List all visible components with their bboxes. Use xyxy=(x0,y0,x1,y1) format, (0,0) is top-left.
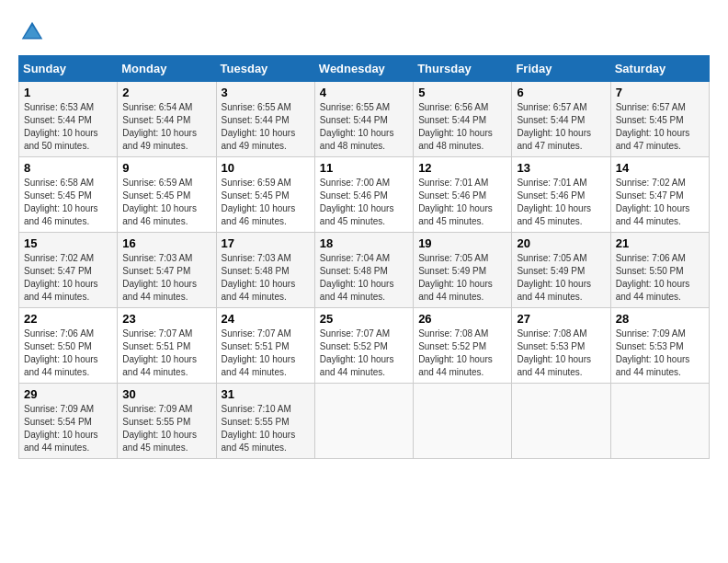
day-number: 26 xyxy=(418,312,506,326)
calendar-week-row: 22Sunrise: 7:06 AMSunset: 5:50 PMDayligh… xyxy=(19,308,710,384)
calendar-cell: 20Sunrise: 7:05 AMSunset: 5:49 PMDayligh… xyxy=(512,233,610,308)
day-info: Sunrise: 7:02 AMSunset: 5:47 PMDaylight:… xyxy=(24,253,98,302)
day-number: 25 xyxy=(320,312,408,326)
calendar-cell: 21Sunrise: 7:06 AMSunset: 5:50 PMDayligh… xyxy=(610,233,709,308)
day-info: Sunrise: 6:53 AMSunset: 5:44 PMDaylight:… xyxy=(24,102,98,151)
day-number: 3 xyxy=(222,86,310,99)
day-number: 1 xyxy=(24,86,112,99)
day-number: 12 xyxy=(418,161,506,175)
calendar-cell xyxy=(610,384,709,459)
day-number: 15 xyxy=(24,236,112,250)
day-number: 27 xyxy=(517,312,605,326)
day-number: 4 xyxy=(320,86,408,99)
calendar-cell: 17Sunrise: 7:03 AMSunset: 5:48 PMDayligh… xyxy=(216,233,314,308)
day-number: 13 xyxy=(517,161,605,175)
calendar-cell: 29Sunrise: 7:09 AMSunset: 5:54 PMDayligh… xyxy=(19,384,118,459)
day-info: Sunrise: 7:05 AMSunset: 5:49 PMDaylight:… xyxy=(418,253,493,302)
day-info: Sunrise: 7:08 AMSunset: 5:53 PMDaylight:… xyxy=(517,328,591,377)
day-info: Sunrise: 7:02 AMSunset: 5:47 PMDaylight:… xyxy=(616,178,690,226)
calendar-cell: 13Sunrise: 7:01 AMSunset: 5:46 PMDayligh… xyxy=(512,157,610,233)
calendar-cell: 14Sunrise: 7:02 AMSunset: 5:47 PMDayligh… xyxy=(610,157,709,233)
day-info: Sunrise: 6:54 AMSunset: 5:44 PMDaylight:… xyxy=(122,102,197,151)
day-info: Sunrise: 7:06 AMSunset: 5:50 PMDaylight:… xyxy=(24,328,98,377)
calendar-cell: 18Sunrise: 7:04 AMSunset: 5:48 PMDayligh… xyxy=(314,233,413,308)
day-info: Sunrise: 7:09 AMSunset: 5:55 PMDaylight:… xyxy=(122,404,197,453)
calendar-cell: 12Sunrise: 7:01 AMSunset: 5:46 PMDayligh… xyxy=(414,157,512,233)
day-number: 31 xyxy=(222,387,310,401)
day-number: 29 xyxy=(24,387,112,401)
calendar-cell xyxy=(512,384,610,459)
day-info: Sunrise: 6:58 AMSunset: 5:45 PMDaylight:… xyxy=(24,178,98,226)
day-number: 19 xyxy=(418,236,506,250)
day-number: 10 xyxy=(222,161,310,175)
day-number: 11 xyxy=(320,161,408,175)
logo xyxy=(18,18,50,46)
calendar-week-row: 29Sunrise: 7:09 AMSunset: 5:54 PMDayligh… xyxy=(19,384,710,459)
calendar-header-row: SundayMondayTuesdayWednesdayThursdayFrid… xyxy=(19,56,710,82)
calendar-cell: 28Sunrise: 7:09 AMSunset: 5:53 PMDayligh… xyxy=(610,308,709,384)
header-sunday: Sunday xyxy=(19,56,118,82)
day-number: 5 xyxy=(418,86,506,99)
day-info: Sunrise: 7:01 AMSunset: 5:46 PMDaylight:… xyxy=(418,178,493,226)
calendar-cell: 30Sunrise: 7:09 AMSunset: 5:55 PMDayligh… xyxy=(118,384,216,459)
day-info: Sunrise: 6:59 AMSunset: 5:45 PMDaylight:… xyxy=(122,178,197,226)
calendar-week-row: 8Sunrise: 6:58 AMSunset: 5:45 PMDaylight… xyxy=(19,157,710,233)
day-info: Sunrise: 6:57 AMSunset: 5:45 PMDaylight:… xyxy=(616,102,690,151)
logo-icon xyxy=(18,18,46,46)
calendar-cell: 8Sunrise: 6:58 AMSunset: 5:45 PMDaylight… xyxy=(19,157,118,233)
calendar-cell: 15Sunrise: 7:02 AMSunset: 5:47 PMDayligh… xyxy=(19,233,118,308)
header-monday: Monday xyxy=(118,56,216,82)
calendar-week-row: 15Sunrise: 7:02 AMSunset: 5:47 PMDayligh… xyxy=(19,233,710,308)
header-wednesday: Wednesday xyxy=(314,56,413,82)
calendar-cell: 10Sunrise: 6:59 AMSunset: 5:45 PMDayligh… xyxy=(216,157,314,233)
calendar-cell: 3Sunrise: 6:55 AMSunset: 5:44 PMDaylight… xyxy=(216,82,314,157)
day-info: Sunrise: 6:59 AMSunset: 5:45 PMDaylight:… xyxy=(222,178,296,226)
calendar-cell: 7Sunrise: 6:57 AMSunset: 5:45 PMDaylight… xyxy=(610,82,709,157)
calendar-cell: 5Sunrise: 6:56 AMSunset: 5:44 PMDaylight… xyxy=(414,82,512,157)
calendar-cell: 23Sunrise: 7:07 AMSunset: 5:51 PMDayligh… xyxy=(118,308,216,384)
header-friday: Friday xyxy=(512,56,610,82)
calendar-cell xyxy=(414,384,512,459)
day-number: 7 xyxy=(616,86,704,99)
calendar-cell: 4Sunrise: 6:55 AMSunset: 5:44 PMDaylight… xyxy=(314,82,413,157)
header-tuesday: Tuesday xyxy=(216,56,314,82)
day-info: Sunrise: 6:57 AMSunset: 5:44 PMDaylight:… xyxy=(517,102,591,151)
calendar-cell: 19Sunrise: 7:05 AMSunset: 5:49 PMDayligh… xyxy=(414,233,512,308)
day-number: 2 xyxy=(122,86,210,99)
day-number: 22 xyxy=(24,312,112,326)
day-number: 24 xyxy=(222,312,310,326)
day-info: Sunrise: 7:08 AMSunset: 5:52 PMDaylight:… xyxy=(418,328,493,377)
calendar-cell: 25Sunrise: 7:07 AMSunset: 5:52 PMDayligh… xyxy=(314,308,413,384)
day-info: Sunrise: 7:10 AMSunset: 5:55 PMDaylight:… xyxy=(222,404,296,453)
calendar-cell: 16Sunrise: 7:03 AMSunset: 5:47 PMDayligh… xyxy=(118,233,216,308)
calendar-cell: 9Sunrise: 6:59 AMSunset: 5:45 PMDaylight… xyxy=(118,157,216,233)
day-info: Sunrise: 6:55 AMSunset: 5:44 PMDaylight:… xyxy=(222,102,296,151)
day-number: 21 xyxy=(616,236,704,250)
day-number: 18 xyxy=(320,236,408,250)
day-info: Sunrise: 6:56 AMSunset: 5:44 PMDaylight:… xyxy=(418,102,493,151)
day-info: Sunrise: 7:03 AMSunset: 5:47 PMDaylight:… xyxy=(122,253,197,302)
calendar-cell: 1Sunrise: 6:53 AMSunset: 5:44 PMDaylight… xyxy=(19,82,118,157)
day-info: Sunrise: 6:55 AMSunset: 5:44 PMDaylight:… xyxy=(320,102,394,151)
day-info: Sunrise: 7:07 AMSunset: 5:51 PMDaylight:… xyxy=(222,328,296,377)
day-info: Sunrise: 7:07 AMSunset: 5:51 PMDaylight:… xyxy=(122,328,197,377)
day-number: 9 xyxy=(122,161,210,175)
day-number: 6 xyxy=(517,86,605,99)
calendar-cell: 2Sunrise: 6:54 AMSunset: 5:44 PMDaylight… xyxy=(118,82,216,157)
day-info: Sunrise: 7:07 AMSunset: 5:52 PMDaylight:… xyxy=(320,328,394,377)
calendar-cell: 6Sunrise: 6:57 AMSunset: 5:44 PMDaylight… xyxy=(512,82,610,157)
day-info: Sunrise: 7:04 AMSunset: 5:48 PMDaylight:… xyxy=(320,253,394,302)
day-number: 14 xyxy=(616,161,704,175)
calendar-cell: 26Sunrise: 7:08 AMSunset: 5:52 PMDayligh… xyxy=(414,308,512,384)
day-number: 16 xyxy=(122,236,210,250)
day-info: Sunrise: 7:06 AMSunset: 5:50 PMDaylight:… xyxy=(616,253,690,302)
calendar-cell xyxy=(314,384,413,459)
day-info: Sunrise: 7:09 AMSunset: 5:53 PMDaylight:… xyxy=(616,328,690,377)
day-info: Sunrise: 7:00 AMSunset: 5:46 PMDaylight:… xyxy=(320,178,394,226)
page-header xyxy=(18,18,710,46)
day-number: 20 xyxy=(517,236,605,250)
calendar-cell: 31Sunrise: 7:10 AMSunset: 5:55 PMDayligh… xyxy=(216,384,314,459)
day-number: 8 xyxy=(24,161,112,175)
day-number: 23 xyxy=(122,312,210,326)
calendar-cell: 24Sunrise: 7:07 AMSunset: 5:51 PMDayligh… xyxy=(216,308,314,384)
